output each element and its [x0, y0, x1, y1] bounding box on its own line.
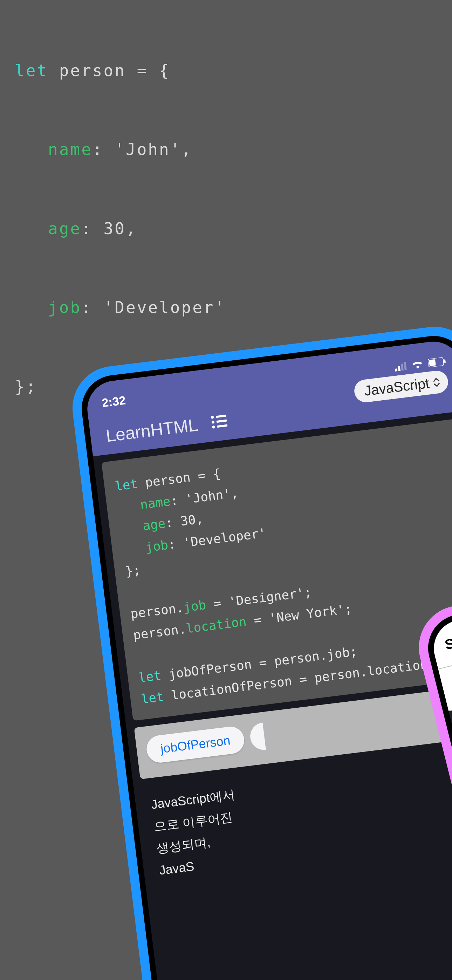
svg-rect-0	[395, 368, 397, 372]
svg-rect-5	[429, 359, 436, 366]
code-keyword-let: let	[15, 61, 48, 80]
svg-rect-2	[401, 363, 404, 371]
app-title: LearnHTML	[105, 415, 199, 446]
svg-rect-12	[217, 425, 228, 428]
svg-rect-10	[216, 420, 227, 423]
cellular-signal-icon	[394, 362, 407, 372]
svg-rect-6	[444, 359, 446, 363]
status-time: 2:32	[101, 394, 126, 410]
code-editor[interactable]: let person = { name: 'John', age: 30, jo…	[102, 418, 452, 721]
autocomplete-option-partial[interactable]	[249, 723, 266, 751]
svg-point-7	[211, 416, 214, 419]
status-icons	[394, 357, 446, 372]
language-selector-label: JavaScript	[363, 375, 430, 399]
phone-mockup-primary: 2:32 LearnHTML	[68, 322, 452, 980]
svg-rect-1	[398, 366, 401, 371]
svg-point-9	[211, 421, 215, 424]
battery-icon	[428, 357, 446, 368]
svg-rect-3	[404, 362, 407, 371]
autocomplete-option[interactable]: jobOfPerson	[145, 725, 246, 764]
wifi-icon	[411, 360, 424, 369]
chevron-updown-icon	[432, 376, 441, 388]
svg-point-11	[212, 425, 215, 429]
list-icon[interactable]	[211, 414, 228, 430]
svg-rect-8	[216, 415, 227, 418]
background-code-snippet: let person = { name: 'John', age: 30, jo…	[15, 51, 226, 406]
